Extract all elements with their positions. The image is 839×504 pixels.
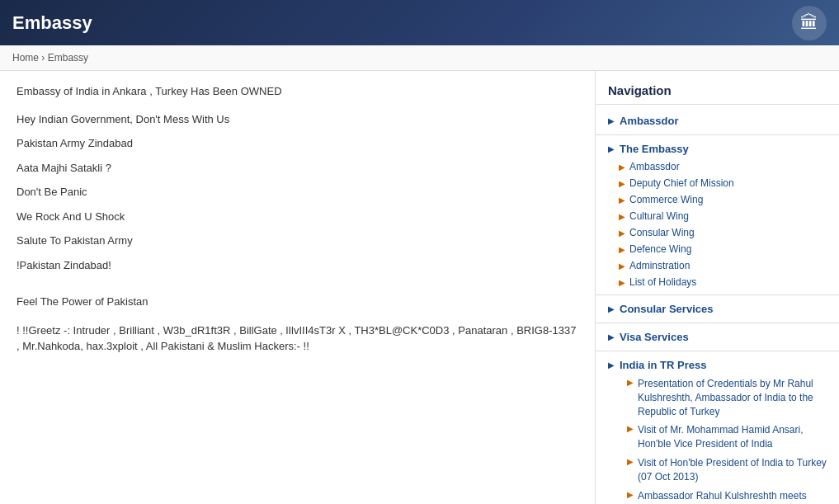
- main-content: Embassy of India in Ankara , Turkey Has …: [0, 71, 596, 504]
- nav-visit-hamid-ansari-label: Visit of Mr. Mohammad Hamid Ansari, Hon'…: [638, 423, 827, 451]
- sub-arrow-7: ▶: [619, 261, 625, 271]
- page-layout: Embassy of India in Ankara , Turkey Has …: [0, 71, 839, 504]
- nav-commerce-wing[interactable]: ▶ Commerce Wing: [596, 191, 839, 208]
- nav-cultural-wing-label: Cultural Wing: [629, 210, 689, 222]
- nav-consular-services[interactable]: ▶ Consular Services: [596, 299, 839, 318]
- sub-sub-arrow-4: ▶: [627, 490, 634, 499]
- sub-arrow-6: ▶: [619, 245, 625, 254]
- line-1: Hey Indian Government, Don't Mess With U…: [16, 111, 578, 128]
- line-7: !Pakistan Zindabad!: [16, 257, 578, 274]
- nav-commerce-wing-label: Commerce Wing: [629, 194, 703, 205]
- breadcrumb-separator: ›: [41, 52, 45, 64]
- nav-ambassador-label: Ambassdor: [620, 115, 679, 127]
- nav-consular-services-label: Consular Services: [620, 303, 713, 315]
- sidebar: Navigation ▶ Ambassdor ▶ The Embassy ▶ A…: [596, 71, 839, 504]
- line-3: Aata Majhi Satakli ?: [16, 160, 578, 177]
- breadcrumb: Home › Embassy: [0, 45, 839, 71]
- divider-2: [596, 294, 839, 295]
- arrow-icon-4: ▶: [608, 332, 615, 341]
- nav-visit-president[interactable]: ▶ Visit of Hon'ble President of India to…: [596, 454, 839, 487]
- nav-india-tr-press[interactable]: ▶ India in TR Press: [596, 356, 839, 374]
- arrow-icon-5: ▶: [608, 360, 615, 370]
- sub-sub-arrow-1: ▶: [627, 378, 634, 387]
- nav-section-ambassador: ▶ Ambassdor: [596, 111, 839, 130]
- sub-sub-arrow-2: ▶: [627, 424, 634, 433]
- nav-ambassador[interactable]: ▶ Ambassdor: [596, 111, 839, 130]
- divider-1: [596, 134, 839, 135]
- line-2: Pakistan Army Zindabad: [16, 135, 578, 152]
- nav-list-of-holidays-label: List of Holidays: [629, 276, 696, 288]
- divider-4: [596, 351, 839, 351]
- nav-section-embassy: ▶ The Embassy ▶ Ambassdor ▶ Deputy Chief…: [596, 139, 839, 290]
- nav-the-embassy[interactable]: ▶ The Embassy: [596, 139, 839, 158]
- nav-section-visa: ▶ Visa Services: [596, 327, 839, 346]
- nav-adminstration[interactable]: ▶ Adminstration: [596, 257, 839, 274]
- line-5: We Rock And U Shock: [16, 209, 578, 225]
- nav-cultural-wing[interactable]: ▶ Cultural Wing: [596, 208, 839, 224]
- sub-arrow-3: ▶: [619, 195, 625, 205]
- sub-arrow-4: ▶: [619, 212, 625, 221]
- line-6: Salute To Pakistan Army: [16, 233, 578, 249]
- line-9: Feel The Power of Pakistan: [16, 294, 578, 310]
- nav-defence-wing[interactable]: ▶ Defence Wing: [596, 241, 839, 257]
- divider-3: [596, 323, 839, 323]
- nav-ambassador-meets[interactable]: ▶ Ambassador Rahul Kulshreshth meets: [596, 487, 839, 504]
- breadcrumb-current: Embassy: [48, 52, 88, 64]
- sub-sub-arrow-3: ▶: [627, 457, 634, 466]
- page-header: Embassy 🏛: [0, 0, 839, 45]
- nav-section-press: ▶ India in TR Press ▶ Presentation of Cr…: [596, 356, 839, 504]
- footer-text: ! !!Greetz -: Intruder , Brilliant , W3b…: [16, 323, 578, 355]
- sub-arrow-2: ▶: [619, 179, 625, 188]
- arrow-icon: ▶: [608, 116, 615, 125]
- building-icon: 🏛: [800, 12, 818, 34]
- sub-arrow-1: ▶: [619, 163, 625, 172]
- header-title: Embassy: [12, 12, 92, 34]
- nav-defence-wing-label: Defence Wing: [629, 243, 691, 255]
- nav-consular-wing[interactable]: ▶ Consular Wing: [596, 224, 839, 241]
- nav-deputy-chief[interactable]: ▶ Deputy Chief of Mission: [596, 175, 839, 191]
- nav-ambassador-meets-label: Ambassador Rahul Kulshreshth meets: [638, 489, 807, 503]
- nav-india-tr-press-label: India in TR Press: [620, 359, 706, 371]
- nav-consular-wing-label: Consular Wing: [629, 227, 695, 238]
- nav-visit-president-label: Visit of Hon'ble President of India to T…: [638, 456, 827, 484]
- nav-the-embassy-label: The Embassy: [620, 143, 689, 155]
- sub-arrow-5: ▶: [619, 228, 625, 238]
- nav-visa-services[interactable]: ▶ Visa Services: [596, 327, 839, 346]
- nav-presentation-credentials[interactable]: ▶ Presentation of Credentials by Mr Rahu…: [596, 374, 839, 421]
- arrow-icon-2: ▶: [608, 144, 615, 153]
- sub-arrow-8: ▶: [619, 278, 625, 287]
- arrow-icon-3: ▶: [608, 304, 615, 313]
- nav-section-consular: ▶ Consular Services: [596, 299, 839, 318]
- nav-title: Navigation: [596, 79, 839, 105]
- nav-ambassdor-sub[interactable]: ▶ Ambassdor: [596, 158, 839, 175]
- embassy-icon: 🏛: [792, 6, 827, 40]
- nav-ambassdor-sub-label: Ambassdor: [629, 161, 680, 172]
- nav-adminstration-label: Adminstration: [629, 260, 690, 271]
- line-4: Don't Be Panic: [16, 184, 578, 200]
- nav-visa-services-label: Visa Services: [620, 331, 689, 343]
- nav-list-of-holidays[interactable]: ▶ List of Holidays: [596, 274, 839, 290]
- hack-notice: Embassy of India in Ankara , Turkey Has …: [16, 83, 578, 100]
- breadcrumb-home[interactable]: Home: [12, 52, 39, 64]
- nav-deputy-chief-label: Deputy Chief of Mission: [629, 177, 734, 189]
- nav-visit-hamid-ansari[interactable]: ▶ Visit of Mr. Mohammad Hamid Ansari, Ho…: [596, 421, 839, 454]
- nav-presentation-credentials-label: Presentation of Credentials by Mr Rahul …: [638, 377, 827, 418]
